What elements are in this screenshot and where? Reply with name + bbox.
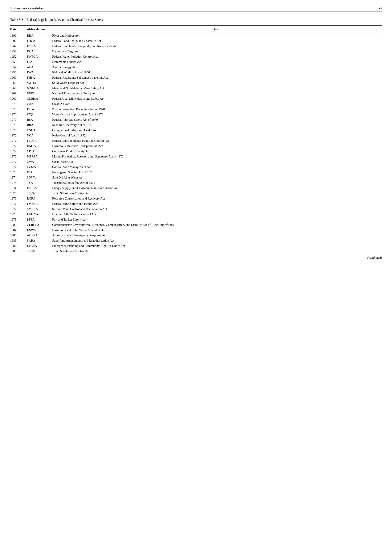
table-row: 1970RRAResource Recovery Act of 1970	[10, 122, 382, 128]
cell-abbreviation: SARA	[27, 238, 52, 243]
cell-date: 1970	[10, 101, 27, 107]
table-row: 1972CZMACoastal Zone Management Act	[10, 164, 382, 170]
table-row: 1974SDWASafe Drinking Water Act	[10, 175, 382, 180]
table-row: 1977SMCRASurface Mine Control and Reclam…	[10, 206, 382, 212]
cell-date: 1973	[10, 170, 27, 175]
cell-date: 1980	[10, 222, 27, 228]
table-row: 1974ESECAEnergy Supply and Environmental…	[10, 185, 382, 191]
cell-act: Flammable Fabrics Act	[52, 59, 382, 64]
cell-abbreviation: FDCA	[27, 38, 52, 43]
table-row: 1980CERCLAComprehensive Environmental Re…	[10, 222, 382, 228]
page-number: 67	[379, 7, 382, 10]
cell-date: 1956	[10, 70, 27, 75]
table-row: 1984HSWAHazardous and Solid Waste Amendm…	[10, 228, 382, 233]
table-row: 1976TSCAToxic Substances Control Act	[10, 191, 382, 196]
cell-date: 1974	[10, 180, 27, 185]
table-row: 1978PTSAPort and Tanker Safety Act	[10, 217, 382, 222]
table-row: 1978UMTCAUranium Mill Tailings Control A…	[10, 212, 382, 217]
cell-act: Marine Protection, Research, and Sanctua…	[52, 154, 382, 159]
table-row: 1952DCADangerous Cargo Act	[10, 49, 382, 54]
cell-abbreviation: FMSHA	[27, 201, 52, 206]
cell-abbreviation: SDWA	[27, 175, 52, 180]
cell-act: Dangerous Cargo Act	[52, 49, 382, 54]
cell-act: Energy Supply and Environmental Coordina…	[52, 185, 382, 191]
col-header-abbreviation: Abbreviation	[27, 26, 52, 33]
cell-act: National Environmental Policy Act	[52, 91, 382, 96]
cell-abbreviation: FFA	[27, 59, 52, 64]
table-row: 1986EPCRAEmergency Planning and Communit…	[10, 243, 382, 249]
table-title: Table 3-3 Federal Legislation Relevant t…	[10, 17, 382, 22]
cell-act: Hazardous Materials Transportation Act	[52, 143, 382, 149]
cell-abbreviation: RRA	[27, 122, 52, 128]
table-row: 1970OSHAOccupational Safety and Health A…	[10, 128, 382, 133]
cell-act: Poison Prevention Packaging Act of 1970	[52, 107, 382, 112]
cell-act: Endangered Species Act of 1973	[52, 170, 382, 175]
cell-abbreviation: HSWA	[27, 228, 52, 233]
table-row: 1954AEAAtomic Energy Act	[10, 64, 382, 70]
cell-date: 1986	[10, 233, 27, 238]
cell-date: 1953	[10, 59, 27, 64]
cell-act: Clean Water Act	[52, 159, 382, 164]
table-row: 1947FIFRAFederal Insecticide, Fungicide,…	[10, 43, 382, 49]
table-row: 1970WQIWater Quality Improvement Act of …	[10, 112, 382, 117]
cell-act: Clean Air Act	[52, 101, 382, 107]
cell-abbreviation: CPSA	[27, 149, 52, 154]
cell-act: Federal Coal Mine Health and Safety Act	[52, 96, 382, 101]
cell-date: 1977	[10, 206, 27, 212]
cell-abbreviation: ESA	[27, 170, 52, 175]
cell-date: 1906	[10, 38, 27, 43]
cell-act: Superfund Amendments and Reauthorization…	[52, 238, 382, 243]
cell-abbreviation: MNMSA	[27, 86, 52, 91]
table-row: 1960FHSAFederal Hazardous Substances Lab…	[10, 75, 382, 80]
table-row: 1973ESAEndangered Species Act of 1973	[10, 170, 382, 175]
table-row: 1977FMSHAFederal Mine Safety and Health …	[10, 201, 382, 206]
cell-act: Toxic Substances Control Act	[52, 191, 382, 196]
table-row: 1970CAAClean Air Act	[10, 101, 382, 107]
cell-abbreviation: MPRSA	[27, 154, 52, 159]
cell-act: Federal Hazardous Substances Labeling Ac…	[52, 75, 382, 80]
cell-date: 1960	[10, 75, 27, 80]
cell-date: 1978	[10, 212, 27, 217]
table-row: 1986SARASuperfund Amendments and Reautho…	[10, 238, 382, 243]
cell-act: Fish and Wildlife Act of 1956	[52, 70, 382, 75]
cell-abbreviation: SWDA	[27, 80, 52, 86]
cell-date: 1972	[10, 143, 27, 149]
cell-date: 1969	[10, 91, 27, 96]
cell-date: 1974	[10, 175, 27, 180]
cell-act: Federal Water Pollution Control Act	[52, 54, 382, 59]
table-row: 1953FFAFlammable Fabrics Act	[10, 59, 382, 64]
cell-act: Safe Drinking Water Act	[52, 175, 382, 180]
cell-act: Resource Recovery Act of 1970	[52, 122, 382, 128]
table-row: 1972FEPCAFederal Environmental Pollution…	[10, 138, 382, 143]
cell-date: 1947	[10, 43, 27, 49]
cell-act: Consumer Product Safety Act	[52, 149, 382, 154]
cell-date: 1972	[10, 138, 27, 143]
cell-date: 1978	[10, 217, 27, 222]
cell-abbreviation: AEA	[27, 64, 52, 70]
cell-abbreviation: AHERA	[27, 233, 52, 238]
cell-date: 1986	[10, 243, 27, 249]
cell-abbreviation: FHSA	[27, 75, 52, 80]
cell-abbreviation: ESECA	[27, 185, 52, 191]
cell-act: Surface Mine Control and Reclamation Act	[52, 206, 382, 212]
cell-date: 1970	[10, 122, 27, 128]
cell-date: 1972	[10, 159, 27, 164]
cell-abbreviation: EPCRA	[27, 243, 52, 249]
cell-abbreviation: PPPA	[27, 107, 52, 112]
cell-abbreviation: DCA	[27, 49, 52, 54]
cell-date: 1986	[10, 249, 27, 254]
cell-date: 1970	[10, 128, 27, 133]
table-footnote: 1	[103, 17, 105, 20]
table-row: 1972NCANoise Control Act of 1972	[10, 133, 382, 138]
cell-abbreviation: UMTCA	[27, 212, 52, 217]
cell-abbreviation: FWA	[27, 70, 52, 75]
cell-act: Federal Mine Safety and Health Act	[52, 201, 382, 206]
cell-date: 1974	[10, 185, 27, 191]
cell-act: Resource Conservation and Recovery Act	[52, 196, 382, 201]
cell-date: 1970	[10, 117, 27, 122]
cell-act: Transportation Safety Act of 1974	[52, 180, 382, 185]
cell-act: River and Harbor Act	[52, 33, 382, 38]
page-header: 3-1 Government Regulations 67	[10, 7, 382, 12]
table-row: 1974TSATransportation Safety Act of 1974	[10, 180, 382, 185]
cell-act: Emergency Planning and Community Right-t…	[52, 243, 382, 249]
